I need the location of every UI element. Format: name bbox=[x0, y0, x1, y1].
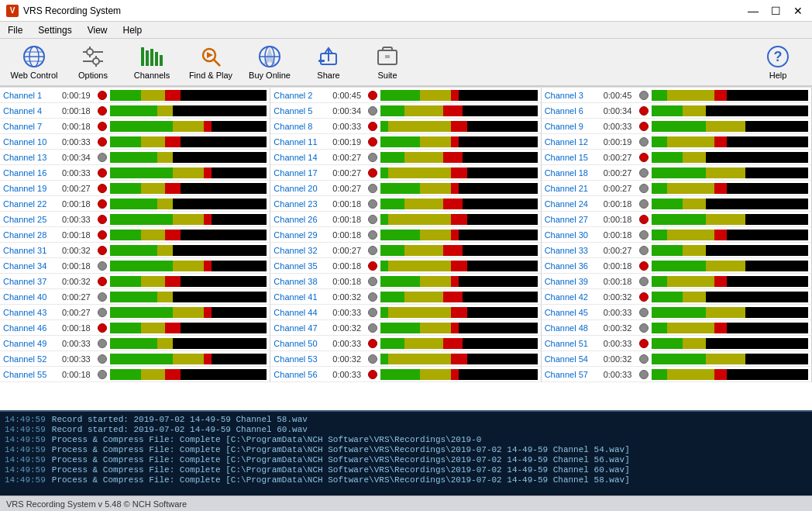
channel-row[interactable]: Channel 50:00:34 bbox=[270, 103, 541, 119]
channel-row[interactable]: Channel 440:00:33 bbox=[270, 305, 541, 320]
channel-name[interactable]: Channel 56 bbox=[274, 370, 329, 379]
maximize-button[interactable]: ☐ bbox=[768, 5, 784, 17]
suite-button[interactable]: Suite bbox=[360, 41, 415, 83]
channel-row[interactable]: Channel 310:00:32 bbox=[0, 243, 270, 258]
channel-name[interactable]: Channel 1 bbox=[3, 91, 59, 100]
channel-name[interactable]: Channel 26 bbox=[274, 215, 329, 224]
channel-name[interactable]: Channel 40 bbox=[3, 292, 59, 302]
channel-row[interactable]: Channel 170:00:27 bbox=[270, 165, 541, 181]
channel-row[interactable]: Channel 230:00:18 bbox=[270, 196, 541, 212]
channel-row[interactable]: Channel 180:00:27 bbox=[542, 165, 812, 181]
channel-row[interactable]: Channel 570:00:33 bbox=[542, 367, 812, 382]
menu-help[interactable]: Help bbox=[120, 24, 146, 36]
channel-name[interactable]: Channel 8 bbox=[274, 122, 329, 131]
channel-name[interactable]: Channel 6 bbox=[545, 106, 600, 116]
web-control-button[interactable]: Web Control bbox=[6, 41, 62, 83]
channel-row[interactable]: Channel 350:00:18 bbox=[270, 258, 541, 274]
channel-row[interactable]: Channel 460:00:18 bbox=[0, 320, 270, 336]
channel-row[interactable]: Channel 300:00:18 bbox=[542, 227, 812, 243]
channel-row[interactable]: Channel 30:00:45 bbox=[542, 88, 812, 103]
channel-row[interactable]: Channel 560:00:33 bbox=[270, 367, 541, 382]
channel-row[interactable]: Channel 510:00:33 bbox=[542, 336, 812, 351]
channel-name[interactable]: Channel 52 bbox=[3, 354, 59, 364]
channel-row[interactable]: Channel 450:00:33 bbox=[542, 305, 812, 320]
find-play-button[interactable]: Find & Play bbox=[183, 41, 239, 83]
channel-row[interactable]: Channel 160:00:33 bbox=[0, 165, 270, 181]
channel-name[interactable]: Channel 46 bbox=[3, 323, 59, 333]
channel-name[interactable]: Channel 27 bbox=[545, 215, 600, 224]
channels-button[interactable]: Channels bbox=[124, 41, 180, 83]
channel-name[interactable]: Channel 35 bbox=[274, 261, 329, 271]
channel-name[interactable]: Channel 16 bbox=[3, 168, 59, 178]
channel-row[interactable]: Channel 470:00:32 bbox=[270, 320, 541, 336]
channel-row[interactable]: Channel 480:00:32 bbox=[542, 320, 812, 336]
channel-name[interactable]: Channel 48 bbox=[545, 323, 600, 333]
channel-name[interactable]: Channel 39 bbox=[545, 277, 600, 286]
channel-row[interactable]: Channel 370:00:32 bbox=[0, 274, 270, 289]
channel-name[interactable]: Channel 49 bbox=[3, 339, 59, 348]
channel-row[interactable]: Channel 390:00:18 bbox=[542, 274, 812, 289]
channel-name[interactable]: Channel 45 bbox=[545, 308, 600, 317]
channel-name[interactable]: Channel 30 bbox=[545, 230, 600, 240]
channel-row[interactable]: Channel 330:00:27 bbox=[542, 243, 812, 258]
channel-name[interactable]: Channel 17 bbox=[274, 168, 329, 178]
channel-row[interactable]: Channel 290:00:18 bbox=[270, 227, 541, 243]
channel-name[interactable]: Channel 12 bbox=[545, 137, 600, 147]
channel-name[interactable]: Channel 20 bbox=[274, 184, 329, 193]
channel-name[interactable]: Channel 54 bbox=[545, 354, 600, 364]
channel-row[interactable]: Channel 490:00:33 bbox=[0, 336, 270, 351]
minimize-button[interactable]: — bbox=[745, 5, 762, 17]
options-button[interactable]: Options bbox=[65, 41, 121, 83]
channel-row[interactable]: Channel 520:00:33 bbox=[0, 351, 270, 367]
channel-name[interactable]: Channel 31 bbox=[3, 246, 59, 255]
channel-row[interactable]: Channel 530:00:32 bbox=[270, 351, 541, 367]
channel-row[interactable]: Channel 240:00:18 bbox=[542, 196, 812, 212]
channel-name[interactable]: Channel 47 bbox=[274, 323, 329, 333]
channel-name[interactable]: Channel 32 bbox=[274, 246, 329, 255]
channel-row[interactable]: Channel 200:00:27 bbox=[270, 181, 541, 196]
close-button[interactable]: ✕ bbox=[790, 5, 806, 17]
channel-name[interactable]: Channel 42 bbox=[545, 292, 600, 302]
channel-name[interactable]: Channel 36 bbox=[545, 261, 600, 271]
channel-name[interactable]: Channel 3 bbox=[545, 91, 600, 100]
channel-row[interactable]: Channel 420:00:32 bbox=[542, 289, 812, 305]
channel-name[interactable]: Channel 44 bbox=[274, 308, 329, 317]
channel-row[interactable]: Channel 210:00:27 bbox=[542, 181, 812, 196]
channel-name[interactable]: Channel 13 bbox=[3, 153, 59, 162]
help-button[interactable]: ? Help bbox=[750, 41, 806, 83]
channel-row[interactable]: Channel 60:00:34 bbox=[542, 103, 812, 119]
channel-row[interactable]: Channel 430:00:27 bbox=[0, 305, 270, 320]
share-button[interactable]: Share bbox=[301, 41, 356, 83]
channel-name[interactable]: Channel 4 bbox=[3, 106, 59, 116]
channel-row[interactable]: Channel 110:00:19 bbox=[270, 134, 541, 150]
channel-name[interactable]: Channel 11 bbox=[274, 137, 329, 147]
channel-name[interactable]: Channel 55 bbox=[3, 370, 59, 379]
menu-file[interactable]: File bbox=[5, 24, 26, 36]
channel-row[interactable]: Channel 270:00:18 bbox=[542, 212, 812, 227]
channel-name[interactable]: Channel 24 bbox=[545, 199, 600, 209]
channel-row[interactable]: Channel 10:00:19 bbox=[0, 88, 270, 103]
channel-row[interactable]: Channel 80:00:33 bbox=[270, 119, 541, 134]
channel-name[interactable]: Channel 28 bbox=[3, 230, 59, 240]
channel-row[interactable]: Channel 190:00:27 bbox=[0, 181, 270, 196]
channel-row[interactable]: Channel 340:00:18 bbox=[0, 258, 270, 274]
channel-row[interactable]: Channel 250:00:33 bbox=[0, 212, 270, 227]
channel-name[interactable]: Channel 41 bbox=[274, 292, 329, 302]
buy-online-button[interactable]: Buy Online bbox=[242, 41, 298, 83]
channel-name[interactable]: Channel 19 bbox=[3, 184, 59, 193]
channel-row[interactable]: Channel 90:00:33 bbox=[542, 119, 812, 134]
channel-name[interactable]: Channel 29 bbox=[274, 230, 329, 240]
channel-name[interactable]: Channel 21 bbox=[545, 184, 600, 193]
channel-row[interactable]: Channel 130:00:34 bbox=[0, 150, 270, 165]
channel-name[interactable]: Channel 33 bbox=[545, 246, 600, 255]
channel-name[interactable]: Channel 50 bbox=[274, 339, 329, 348]
channel-name[interactable]: Channel 51 bbox=[545, 339, 600, 348]
channel-row[interactable]: Channel 260:00:18 bbox=[270, 212, 541, 227]
channel-name[interactable]: Channel 10 bbox=[3, 137, 59, 147]
channel-row[interactable]: Channel 140:00:27 bbox=[270, 150, 541, 165]
channel-row[interactable]: Channel 150:00:27 bbox=[542, 150, 812, 165]
channel-name[interactable]: Channel 37 bbox=[3, 277, 59, 286]
channel-row[interactable]: Channel 40:00:18 bbox=[0, 103, 270, 119]
channel-name[interactable]: Channel 57 bbox=[545, 370, 600, 379]
channel-row[interactable]: Channel 360:00:18 bbox=[542, 258, 812, 274]
